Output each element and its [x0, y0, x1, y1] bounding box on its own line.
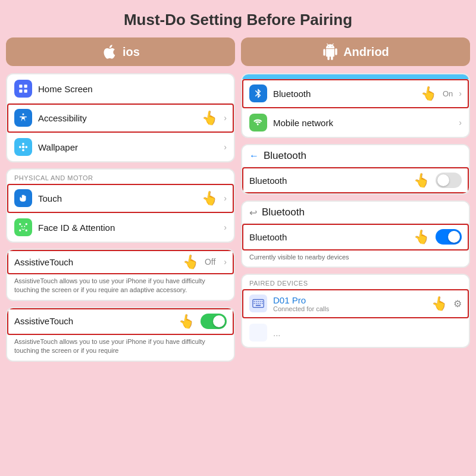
svg-point-6: [22, 143, 24, 145]
wallpaper-label: Wallpaper: [38, 142, 218, 152]
svg-point-7: [22, 149, 24, 151]
touch-label: Touch: [38, 193, 196, 203]
android-bt-chevron: ›: [459, 89, 462, 98]
bt-toggle-on-row[interactable]: Bluetooth 👆: [242, 224, 469, 250]
svg-point-5: [22, 146, 25, 149]
ios-label: ios: [123, 45, 140, 59]
svg-rect-22: [254, 303, 255, 305]
svg-rect-19: [258, 301, 259, 302]
ios-column: ios Home Screen: [6, 37, 235, 362]
bt-toggle-off-row[interactable]: Bluetooth 👆: [242, 167, 469, 193]
network-chevron: ›: [459, 118, 462, 127]
hand-cursor-d01: 👆: [430, 296, 448, 311]
flower-icon: [18, 142, 29, 152]
assistivetouch-off-value: Off: [205, 257, 215, 267]
svg-point-4: [23, 114, 24, 115]
bt-header-3: ↩ Bluetooth: [242, 202, 469, 224]
svg-point-14: [21, 226, 23, 227]
android-icon: [322, 43, 339, 60]
hand-cursor-bt-off: 👆: [412, 173, 430, 188]
network-icon: [249, 114, 267, 131]
ios-panel-4: AssistiveTouch 👆 AssistiveTouch allows y…: [6, 307, 235, 362]
svg-rect-21: [262, 301, 263, 302]
next-device-label: ...: [273, 328, 462, 338]
hand-cursor-assistive-on: 👆: [177, 314, 195, 329]
accessibility-icon: [14, 109, 32, 127]
bt-header-title-3: Bluetooth: [262, 206, 305, 218]
android-network-row[interactable]: Mobile network ›: [242, 108, 469, 137]
hand-cursor-android-bt: 👆: [419, 86, 437, 101]
svg-point-9: [25, 146, 27, 148]
network-signal-icon: [253, 117, 264, 128]
android-panel-3: ↩ Bluetooth Bluetooth 👆 Currently visibl…: [241, 201, 470, 268]
svg-rect-3: [24, 90, 27, 93]
partial-top-bar: [242, 74, 469, 79]
svg-rect-26: [262, 303, 263, 305]
svg-rect-24: [258, 303, 259, 305]
bt-toggle-on-label: Bluetooth: [249, 232, 408, 242]
assistivetouch-toggle-on[interactable]: [201, 314, 227, 329]
d01-info: D01 Pro Connected for calls: [273, 295, 425, 312]
svg-rect-25: [260, 303, 261, 305]
svg-rect-10: [19, 223, 21, 225]
face-icon: [18, 222, 29, 233]
bt-back-arrow-2[interactable]: ←: [249, 151, 259, 161]
android-panel-4: PAIRED DEVICES: [241, 274, 470, 348]
keyboard-device-icon: [252, 299, 264, 308]
android-bt-value: On: [443, 89, 453, 98]
page-container: Must-Do Setting Before Pairing ios: [0, 0, 476, 362]
next-device-icon: [249, 324, 267, 342]
page-title: Must-Do Setting Before Pairing: [0, 0, 476, 37]
bt-header-title-2: Bluetooth: [264, 150, 306, 162]
bt-visible-subtext: Currently visible to nearby devices: [242, 250, 469, 267]
assistivetouch-on-row[interactable]: AssistiveTouch 👆: [7, 308, 234, 335]
svg-rect-11: [26, 223, 27, 225]
homescreen-label: Home Screen: [38, 84, 227, 94]
hand-cursor-bt-on: 👆: [412, 229, 430, 245]
network-label: Mobile network: [273, 118, 453, 128]
touch-row[interactable]: Touch 👆 ›: [7, 184, 234, 213]
android-bt-label: Bluetooth: [273, 89, 415, 99]
ios-panel-3: AssistiveTouch 👆 Off › AssistiveTouch al…: [6, 249, 235, 301]
hand-icon: [18, 193, 29, 203]
assistivetouch-on-label: AssistiveTouch: [14, 316, 173, 326]
wallpaper-row[interactable]: Wallpaper ›: [7, 133, 234, 161]
hand-cursor-touch: 👆: [201, 190, 219, 206]
accessibility-row[interactable]: Accessibility 👆 ›: [7, 104, 234, 133]
svg-rect-18: [256, 301, 257, 302]
assistivetouch-off-row[interactable]: AssistiveTouch 👆 Off ›: [7, 250, 234, 274]
home-screen-row[interactable]: Home Screen: [7, 74, 234, 104]
android-column: Andriod Bluetooth 👆 On ›: [241, 37, 470, 362]
svg-rect-2: [19, 90, 22, 93]
ios-panel-1: Home Screen Accessibility 👆 ›: [6, 73, 235, 162]
touch-icon: [14, 189, 32, 207]
faceid-row[interactable]: Face ID & Attention ›: [7, 213, 234, 242]
svg-rect-27: [256, 305, 261, 306]
android-panel-2: ← Bluetooth Bluetooth 👆: [241, 144, 470, 195]
faceid-chevron: ›: [224, 223, 227, 232]
physical-motor-label: PHYSICAL AND MOTOR: [7, 170, 234, 184]
assistivetouch-off-chevron: ›: [224, 257, 227, 267]
bt-back-arrow-3[interactable]: ↩: [249, 207, 257, 218]
android-panel-1: Bluetooth 👆 On › Mobile network ›: [241, 73, 470, 138]
gear-icon-d01[interactable]: ⚙: [453, 298, 462, 309]
bt-toggle-off[interactable]: [436, 173, 462, 188]
grid-icon: [18, 83, 29, 94]
homescreen-icon: [14, 80, 32, 98]
bluetooth-icon: [253, 88, 264, 99]
android-label: Andriod: [343, 45, 389, 59]
android-bt-row[interactable]: Bluetooth 👆 On ›: [242, 79, 469, 108]
d01-pro-row[interactable]: D01 Pro Connected for calls 👆 ⚙: [242, 289, 469, 318]
assistivetouch-off-subtext: AssistiveTouch allows you to use your iP…: [7, 274, 234, 300]
faceid-label: Face ID & Attention: [38, 223, 218, 233]
bt-toggle-on[interactable]: [436, 229, 462, 245]
svg-rect-13: [26, 230, 27, 231]
accessibility-chevron: ›: [224, 113, 227, 123]
android-bt-icon: [249, 84, 267, 102]
touch-chevron: ›: [224, 193, 227, 203]
person-icon: [18, 112, 29, 123]
partial-next-row: ...: [242, 318, 469, 347]
paired-devices-label: PAIRED DEVICES: [242, 275, 469, 289]
wallpaper-chevron: ›: [224, 142, 227, 152]
svg-rect-23: [256, 303, 257, 305]
